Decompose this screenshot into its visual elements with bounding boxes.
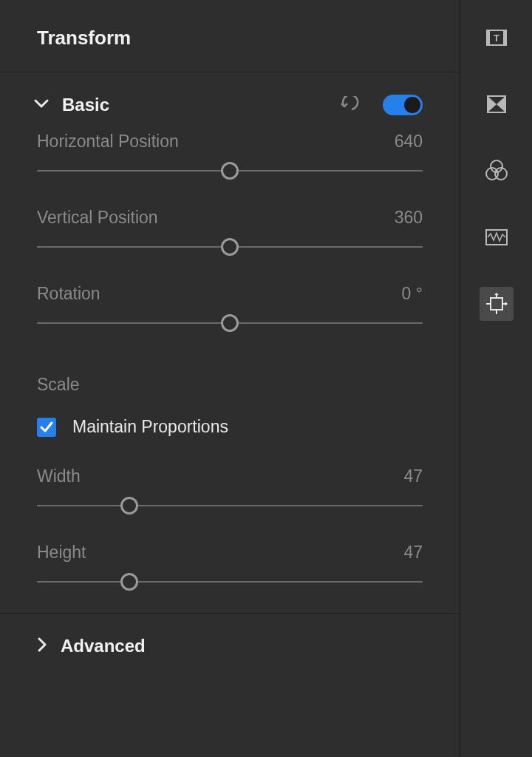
reset-icon[interactable]: [340, 96, 362, 114]
maintain-proportions-checkbox[interactable]: [37, 418, 56, 437]
advanced-section-title: Advanced: [61, 636, 146, 656]
vertical-position-label: Vertical Position: [37, 208, 158, 228]
transitions-icon: [485, 94, 508, 115]
vertical-position-slider[interactable]: [37, 238, 423, 256]
sidebar-item-audio[interactable]: [480, 220, 514, 254]
scale-heading: Scale: [37, 375, 423, 395]
maintain-proportions-label: Maintain Proportions: [72, 417, 228, 437]
height-control: Height 47: [37, 543, 423, 591]
horizontal-position-slider[interactable]: [37, 162, 423, 180]
svg-rect-9: [491, 298, 502, 310]
advanced-section-header[interactable]: Advanced: [0, 614, 460, 679]
rotation-value[interactable]: 0 °: [402, 284, 423, 304]
check-icon: [40, 421, 53, 433]
audio-icon: [485, 228, 508, 246]
chevron-down-icon[interactable]: [34, 98, 49, 112]
panel-title: Transform: [37, 27, 423, 50]
width-slider[interactable]: [37, 497, 423, 515]
sidebar-item-titles[interactable]: T: [480, 21, 514, 55]
width-value[interactable]: 47: [403, 466, 423, 486]
panel-header: Transform: [0, 0, 460, 72]
basic-enabled-toggle[interactable]: [383, 95, 423, 115]
chevron-right-icon: [37, 637, 47, 655]
basic-section-body: Horizontal Position 640 Vertical Positio…: [0, 132, 460, 613]
width-label: Width: [37, 466, 81, 486]
svg-text:T: T: [494, 33, 499, 44]
color-icon: [485, 159, 508, 183]
horizontal-position-control: Horizontal Position 640: [37, 132, 423, 180]
slider-thumb[interactable]: [120, 497, 138, 515]
maintain-proportions-row: Maintain Proportions: [37, 417, 423, 437]
height-value[interactable]: 47: [403, 543, 423, 563]
svg-rect-1: [487, 30, 490, 45]
vertical-position-value[interactable]: 360: [395, 208, 423, 228]
height-slider[interactable]: [37, 573, 423, 591]
sidebar-item-color[interactable]: [480, 154, 514, 188]
slider-thumb[interactable]: [221, 238, 239, 256]
height-label: Height: [37, 543, 86, 563]
vertical-position-control: Vertical Position 360: [37, 208, 423, 256]
slider-thumb[interactable]: [221, 314, 239, 332]
sidebar: T: [460, 0, 532, 757]
transform-icon: [485, 292, 508, 316]
sidebar-item-transform[interactable]: [480, 287, 514, 321]
svg-rect-2: [503, 30, 506, 45]
horizontal-position-label: Horizontal Position: [37, 132, 179, 152]
transform-panel: Transform Basic Horizontal Position 640: [0, 0, 460, 757]
rotation-control: Rotation 0 °: [37, 284, 423, 332]
horizontal-position-value[interactable]: 640: [395, 132, 423, 152]
slider-thumb[interactable]: [221, 162, 239, 180]
toggle-knob: [404, 97, 420, 113]
sidebar-item-transitions[interactable]: [480, 87, 514, 121]
rotation-label: Rotation: [37, 284, 100, 304]
titles-icon: T: [485, 27, 508, 48]
width-control: Width 47: [37, 466, 423, 515]
slider-thumb[interactable]: [120, 573, 138, 591]
basic-section-header: Basic: [0, 72, 460, 132]
basic-section-title: Basic: [62, 95, 109, 115]
rotation-slider[interactable]: [37, 314, 423, 332]
